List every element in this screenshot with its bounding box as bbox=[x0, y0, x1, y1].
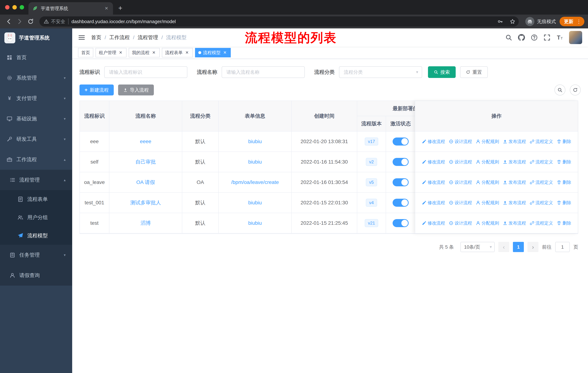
next-page-button[interactable]: › bbox=[527, 242, 538, 252]
header-search-button[interactable] bbox=[505, 34, 512, 41]
back-button[interactable] bbox=[4, 16, 14, 27]
forward-button[interactable] bbox=[15, 16, 25, 27]
browser-update-button[interactable]: 更新 ⋮ bbox=[560, 17, 584, 26]
tag-process-model[interactable]: 流程模型 ✕ bbox=[195, 48, 231, 57]
close-window-button[interactable] bbox=[5, 5, 10, 10]
sidebar-item-leave-query[interactable]: 请假查询 bbox=[0, 265, 72, 286]
maximize-window-button[interactable] bbox=[20, 5, 24, 10]
edit-process-action[interactable]: 修改流程 bbox=[422, 159, 445, 165]
import-process-button[interactable]: 导入流程 bbox=[118, 84, 154, 95]
breadcrumb-item[interactable]: 流程管理 bbox=[138, 34, 158, 41]
create-process-button[interactable]: + 新建流程 bbox=[79, 84, 114, 95]
prev-page-button[interactable]: ‹ bbox=[498, 242, 509, 252]
reset-button[interactable]: 重置 bbox=[460, 66, 488, 78]
page-number-button[interactable]: 1 bbox=[513, 242, 524, 252]
form-link[interactable]: /bpm/oa/leave/create bbox=[231, 179, 279, 185]
process-name-input[interactable] bbox=[222, 66, 305, 78]
bookmark-button[interactable] bbox=[508, 17, 517, 26]
browser-tab[interactable]: 芋道管理系统 ✕ bbox=[28, 2, 113, 15]
sidebar-item-home[interactable]: 首页 bbox=[0, 47, 72, 68]
assign-rule-action[interactable]: 分配规则 bbox=[476, 159, 499, 165]
sidebar-item-process-mgmt[interactable]: 流程管理 ▴ bbox=[0, 170, 72, 190]
active-toggle[interactable] bbox=[393, 178, 409, 186]
browser-menu-icon[interactable]: ⋮ bbox=[576, 19, 581, 25]
close-icon[interactable]: ✕ bbox=[104, 5, 109, 11]
process-name-link[interactable]: 测试多审批人 bbox=[130, 199, 161, 206]
tag-my-process[interactable]: 我的流程 ✕ bbox=[129, 48, 160, 57]
key-button[interactable] bbox=[495, 17, 505, 26]
design-process-action[interactable]: 设计流程 bbox=[449, 139, 472, 144]
edit-process-action[interactable]: 修改流程 bbox=[422, 139, 445, 144]
tag-home[interactable]: 首页 bbox=[78, 48, 93, 57]
active-toggle[interactable] bbox=[393, 219, 409, 227]
active-toggle[interactable] bbox=[393, 138, 409, 146]
breadcrumb-item[interactable]: 工作流程 bbox=[109, 34, 130, 41]
process-name-link[interactable]: eeee bbox=[140, 139, 151, 144]
delete-process-action[interactable]: 删除 bbox=[557, 139, 571, 144]
assign-rule-action[interactable]: 分配规则 bbox=[476, 200, 499, 206]
edit-process-action[interactable]: 修改流程 bbox=[422, 179, 445, 185]
delete-process-action[interactable]: 删除 bbox=[557, 220, 571, 226]
process-definition-action[interactable]: 流程定义 bbox=[530, 220, 553, 226]
process-name-link[interactable]: 滔博 bbox=[141, 220, 151, 227]
tag-process-form[interactable]: 流程表单 ✕ bbox=[162, 48, 193, 57]
process-id-input[interactable] bbox=[104, 66, 187, 78]
sidebar-item-process-model[interactable]: 流程模型 bbox=[0, 227, 72, 245]
sidebar-toggle-button[interactable] bbox=[78, 34, 85, 41]
sidebar-item-user-group[interactable]: 用户分组 bbox=[0, 208, 72, 227]
breadcrumb-item[interactable]: 首页 bbox=[91, 34, 101, 41]
new-tab-button[interactable]: + bbox=[115, 3, 126, 13]
goto-page-input[interactable] bbox=[555, 242, 570, 252]
close-icon[interactable]: ✕ bbox=[222, 50, 228, 55]
sidebar-item-task-mgmt[interactable]: 任务管理 ▾ bbox=[0, 245, 72, 265]
form-link[interactable]: biubiu bbox=[248, 139, 262, 144]
delete-process-action[interactable]: 删除 bbox=[557, 179, 571, 185]
design-process-action[interactable]: 设计流程 bbox=[449, 159, 472, 165]
sidebar-item-infrastructure[interactable]: 基础设施 ▾ bbox=[0, 109, 72, 129]
user-avatar[interactable] bbox=[569, 31, 582, 44]
publish-process-action[interactable]: 发布流程 bbox=[503, 139, 526, 144]
active-toggle[interactable] bbox=[393, 158, 409, 166]
help-button[interactable] bbox=[531, 34, 538, 41]
form-link[interactable]: biubiu bbox=[248, 159, 262, 165]
process-name-link[interactable]: OA 请假 bbox=[136, 179, 155, 186]
refresh-table-button[interactable] bbox=[570, 84, 581, 95]
design-process-action[interactable]: 设计流程 bbox=[449, 179, 472, 185]
sidebar-item-process-form[interactable]: 流程表单 bbox=[0, 190, 72, 208]
page-size-select[interactable]: 10条/页 ▾ bbox=[460, 242, 495, 252]
sidebar-item-workflow[interactable]: 工作流程 ▴ bbox=[0, 149, 72, 170]
process-definition-action[interactable]: 流程定义 bbox=[530, 139, 553, 144]
process-name-link[interactable]: 自己审批 bbox=[136, 159, 156, 165]
delete-process-action[interactable]: 删除 bbox=[557, 200, 571, 206]
assign-rule-action[interactable]: 分配规则 bbox=[476, 179, 499, 185]
close-icon[interactable]: ✕ bbox=[151, 50, 156, 55]
active-toggle[interactable] bbox=[393, 199, 409, 207]
close-icon[interactable]: ✕ bbox=[118, 50, 123, 55]
form-link[interactable]: biubiu bbox=[248, 220, 262, 226]
address-bar[interactable]: 不安全 dashboard.yudao.iocoder.cn/bpm/manag… bbox=[39, 16, 519, 27]
sidebar-item-system-mgmt[interactable]: 系统管理 ▾ bbox=[0, 68, 72, 88]
process-definition-action[interactable]: 流程定义 bbox=[530, 179, 553, 185]
edit-process-action[interactable]: 修改流程 bbox=[422, 200, 445, 206]
sidebar-item-payment-mgmt[interactable]: ¥ 支付管理 ▾ bbox=[0, 88, 72, 109]
form-link[interactable]: biubiu bbox=[248, 200, 262, 206]
security-indicator[interactable]: 不安全 bbox=[44, 18, 65, 25]
github-button[interactable] bbox=[518, 34, 525, 41]
assign-rule-action[interactable]: 分配规则 bbox=[476, 139, 499, 144]
publish-process-action[interactable]: 发布流程 bbox=[503, 159, 526, 165]
delete-process-action[interactable]: 删除 bbox=[557, 159, 571, 165]
design-process-action[interactable]: 设计流程 bbox=[449, 220, 472, 226]
search-button[interactable]: 搜索 bbox=[428, 66, 456, 78]
font-size-button[interactable] bbox=[556, 34, 563, 41]
reload-button[interactable] bbox=[26, 16, 36, 27]
show-search-toggle-button[interactable] bbox=[555, 84, 565, 95]
tag-tenant-mgmt[interactable]: 租户管理 ✕ bbox=[95, 48, 126, 57]
edit-process-action[interactable]: 修改流程 bbox=[422, 220, 445, 226]
sidebar-item-dev-tools[interactable]: 研发工具 ▾ bbox=[0, 129, 72, 149]
process-definition-action[interactable]: 流程定义 bbox=[530, 200, 553, 206]
publish-process-action[interactable]: 发布流程 bbox=[503, 220, 526, 226]
design-process-action[interactable]: 设计流程 bbox=[449, 200, 472, 206]
minimize-window-button[interactable] bbox=[12, 5, 17, 10]
process-definition-action[interactable]: 流程定义 bbox=[530, 159, 553, 165]
publish-process-action[interactable]: 发布流程 bbox=[503, 179, 526, 185]
